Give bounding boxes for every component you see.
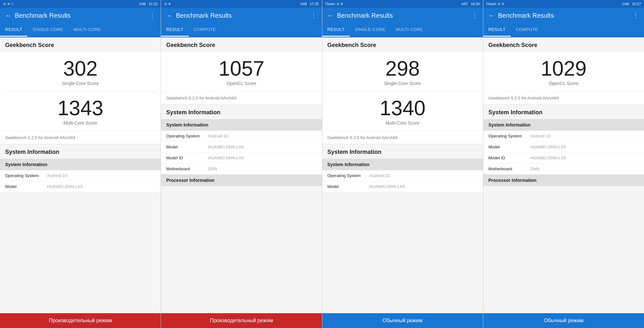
score-number: 1029 — [488, 58, 639, 79]
system-info-table: System Information Operating System Andr… — [483, 119, 644, 186]
tab-result[interactable]: RESULT — [483, 23, 511, 37]
score-number: 1343 — [5, 98, 156, 118]
status-left: ⊙ ✈ □ — [3, 2, 13, 6]
header-left: ← Benchmark Results — [488, 12, 554, 19]
battery-indicator: ⊙97 — [461, 2, 468, 6]
score-number: 302 — [5, 58, 156, 79]
table-row: Operating System Android 10 — [161, 131, 322, 142]
score-label: Multi-Core Score — [5, 120, 156, 126]
geekbench-score-title: Geekbench Score — [322, 37, 483, 52]
geekbench-version: Geekbench 5.2.5 for Android AArch64 — [483, 92, 644, 105]
menu-button[interactable]: ⋮ — [632, 12, 639, 19]
score-label: OpenCL Score — [166, 81, 317, 86]
system-info-row-header: System Information — [322, 159, 483, 170]
score-label: Single-Core Score — [5, 81, 156, 86]
tab-multi-core[interactable]: MULTI-CORE — [68, 23, 106, 37]
table-row: Operating System Android 10 — [322, 170, 483, 181]
score-block-0: 1029 OpenCL Score — [483, 52, 644, 91]
tab-compute[interactable]: COMPUTE — [189, 23, 221, 37]
tab-result[interactable]: RESULT — [322, 23, 350, 37]
score-block-0: 298 Single-Core Score — [322, 52, 483, 91]
app-header: ← Benchmark Results ⋮ — [322, 8, 483, 23]
info-value: HUAWEI DNN-LX9 — [369, 184, 405, 189]
menu-button[interactable]: ⋮ — [149, 12, 156, 19]
geekbench-version: Geekbench 5.2.5 for Android AArch64 — [322, 131, 483, 144]
score-section: 1029 OpenCL Score — [483, 52, 644, 91]
table-row: Motherboard DNN — [161, 164, 322, 174]
info-value: Android 10 — [47, 173, 67, 178]
processor-info-header: Processor Information — [483, 174, 644, 186]
geekbench-score-title: Geekbench Score — [483, 37, 644, 52]
tab-bar: RESULTSINGLE-COREMULTI-CORE — [322, 23, 483, 37]
tab-bar: RESULTCOMPUTE — [161, 23, 322, 37]
back-button[interactable]: ← — [488, 12, 495, 19]
status-bar: ⊙ ✈ ⊙98 17:25 — [161, 0, 322, 8]
mode-indicator: Производительный режим — [161, 313, 322, 328]
tab-result[interactable]: RESULT — [0, 23, 27, 37]
table-row: Model ID HUAWEI DNN-LX9 — [483, 153, 644, 164]
page-title: Benchmark Results — [337, 12, 393, 19]
back-button[interactable]: ← — [166, 12, 173, 19]
table-row: Operating System Android 10 — [0, 170, 161, 181]
page-title: Benchmark Results — [15, 12, 71, 19]
system-info-table: System Information Operating System Andr… — [161, 119, 322, 186]
main-content: Geekbench Score 1057 OpenCL Score Geekbe… — [161, 37, 322, 313]
battery-indicator: ⊙99 — [139, 2, 146, 6]
phone-panel-4: Полет ⊙ ✈ ⊙98 16:27 ← Benchmark Results … — [483, 0, 644, 328]
system-info-table: System Information Operating System Andr… — [322, 159, 483, 192]
info-value: DNN — [530, 166, 539, 171]
time-display: 17:25 — [310, 2, 319, 6]
info-key: Motherboard — [488, 166, 530, 171]
app-header: ← Benchmark Results ⋮ — [161, 8, 322, 23]
info-value: HUAWEI DNN-LX9 — [208, 155, 244, 160]
score-number: 1340 — [327, 98, 478, 118]
info-key: Operating System — [327, 173, 369, 178]
score-section: 298 Single-Core Score 1340 Multi-Core Sc… — [322, 52, 483, 131]
geekbench-score-title: Geekbench Score — [0, 37, 161, 52]
score-section: 302 Single-Core Score 1343 Multi-Core Sc… — [0, 52, 161, 131]
phone-panel-3: Полет ⊙ ✈ ⊙97 16:34 ← Benchmark Results … — [322, 0, 483, 328]
status-right: ⊙98 16:27 — [622, 2, 641, 6]
menu-button[interactable]: ⋮ — [471, 12, 478, 19]
status-right: ⊙98 17:25 — [300, 2, 319, 6]
header-left: ← Benchmark Results — [5, 12, 71, 19]
back-button[interactable]: ← — [327, 12, 334, 19]
app-header: ← Benchmark Results ⋮ — [0, 8, 161, 23]
info-key: Model ID — [488, 155, 530, 160]
info-value: Android 10 — [208, 134, 228, 138]
tab-result[interactable]: RESULT — [161, 23, 188, 37]
system-info-title: System Information — [483, 105, 644, 119]
tab-multi-core[interactable]: MULTI-CORE — [391, 23, 428, 37]
mode-indicator: Обычный режим — [483, 313, 644, 328]
table-row: Motherboard DNN — [483, 164, 644, 174]
header-left: ← Benchmark Results — [166, 12, 232, 19]
system-info-title: System Information — [0, 144, 161, 159]
info-value: DNN — [208, 166, 217, 171]
phone-panel-2: ⊙ ✈ ⊙98 17:25 ← Benchmark Results ⋮ RESU… — [161, 0, 322, 328]
status-bar: Полет ⊙ ✈ ⊙98 16:27 — [483, 0, 644, 8]
geekbench-score-title: Geekbench Score — [161, 37, 322, 52]
system-info-row-header: System Information — [483, 119, 644, 131]
tab-bar: RESULTCOMPUTE — [483, 23, 644, 37]
system-info-row-header: System Information — [0, 159, 161, 170]
info-key: Model — [166, 145, 208, 149]
system-info-title: System Information — [161, 105, 322, 119]
status-bar: ⊙ ✈ □ ⊙99 21:22 — [0, 0, 161, 8]
score-label: Single-Core Score — [327, 81, 478, 86]
info-key: Model ID — [166, 155, 208, 160]
main-content: Geekbench Score 1029 OpenCL Score Geekbe… — [483, 37, 644, 313]
score-block-1: 1343 Multi-Core Score — [0, 91, 161, 131]
info-value: Android 10 — [530, 134, 551, 138]
page-title: Benchmark Results — [498, 12, 554, 19]
tab-single-core[interactable]: SINGLE-CORE — [350, 23, 391, 37]
info-value: HUAWEI DNN-LX9 — [530, 155, 566, 160]
menu-button[interactable]: ⋮ — [310, 12, 317, 19]
info-key: Operating System — [488, 134, 530, 138]
info-value: HUAWEI DNN-LX9 — [530, 145, 566, 149]
tab-single-core[interactable]: SINGLE-CORE — [27, 23, 68, 37]
back-button[interactable]: ← — [5, 12, 12, 19]
processor-info-header: Processor Information — [161, 174, 322, 186]
tab-compute[interactable]: COMPUTE — [511, 23, 543, 37]
score-number: 1057 — [166, 58, 317, 79]
battery-indicator: ⊙98 — [300, 2, 307, 6]
